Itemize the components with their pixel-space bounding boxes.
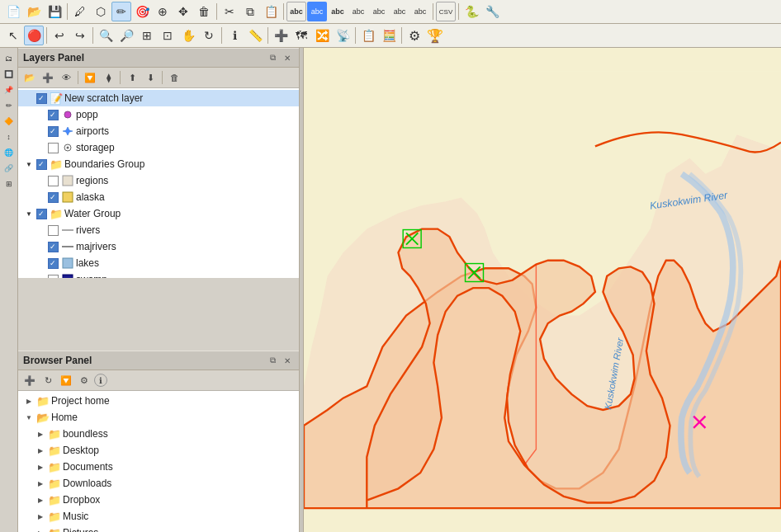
browser-item-home[interactable]: ▼ 📂 Home	[18, 409, 299, 426]
label-btn6[interactable]: abc	[390, 2, 409, 21]
label-btn7[interactable]: abc	[410, 2, 430, 21]
layer-checkbox-storagep[interactable]	[47, 142, 59, 153]
settings-btn[interactable]: ⚙	[405, 26, 424, 45]
layer-checkbox-popp[interactable]	[47, 109, 59, 120]
layer-checkbox-boundaries[interactable]	[36, 158, 47, 170]
gold-btn[interactable]: 🏆	[425, 26, 445, 45]
select-features-btn[interactable]: ↖	[3, 26, 23, 45]
map-area[interactable]: Kuskokwim River Kuskokwim River	[304, 48, 781, 532]
layer-checkbox-scratch[interactable]	[36, 92, 47, 104]
browser-item-music[interactable]: ▶ 📁 Music	[18, 508, 299, 525]
left-tool-6[interactable]: ↕	[2, 129, 17, 144]
draw-polygon-btn[interactable]: ⬡	[91, 2, 111, 21]
save-project-btn[interactable]: 💾	[45, 2, 64, 21]
layer-checkbox-swamp[interactable]	[47, 274, 59, 278]
measure-btn[interactable]: 📏	[245, 26, 265, 45]
browser-item-downloads[interactable]: ▶ 📁 Downloads	[18, 475, 299, 492]
left-tool-9[interactable]: ⊞	[2, 177, 17, 191]
layer-checkbox-alaska[interactable]	[47, 191, 59, 203]
layer-item-boundaries-group[interactable]: ▼ 📁 Boundaries Group	[18, 156, 299, 172]
expand-arrow[interactable]: ▶	[23, 395, 35, 407]
refresh-btn[interactable]: ↻	[199, 26, 219, 45]
browser-refresh-btn[interactable]: ↻	[40, 372, 56, 388]
copy-btn[interactable]: ⧉	[240, 2, 260, 21]
browser-info-btn[interactable]: ℹ	[94, 374, 107, 387]
browser-item-pictures[interactable]: ▶ 📁 Pictures	[18, 525, 299, 532]
geolocation-btn[interactable]: 📡	[333, 26, 353, 45]
layer-item-swamp[interactable]: swamp	[18, 271, 299, 278]
browser-item-documents[interactable]: ▶ 📁 Documents	[18, 459, 299, 475]
left-tool-4[interactable]: ✏	[2, 98, 17, 113]
draw-freehand-btn[interactable]: 🖊	[70, 2, 90, 21]
layer-item-regions[interactable]: regions	[18, 172, 299, 189]
layer-item-alaska[interactable]: alaska	[18, 189, 299, 205]
python-btn[interactable]: 🐍	[462, 2, 481, 21]
routing-btn[interactable]: 🔀	[312, 26, 332, 45]
browser-item-project-home[interactable]: ▶ 📁 Project home	[18, 393, 299, 409]
add-vector-btn[interactable]: ➕	[271, 26, 291, 45]
browser-panel-float-btn[interactable]: ⧉	[266, 354, 279, 367]
cut-btn[interactable]: ✂	[220, 2, 239, 21]
expand-arrow[interactable]: ▶	[35, 461, 46, 473]
label-btn4[interactable]: abc	[348, 2, 368, 21]
left-tool-5[interactable]: 🔶	[2, 114, 17, 129]
expand-arrow[interactable]: ▶	[35, 428, 46, 440]
layers-filter2-btn[interactable]: ⧫	[100, 69, 116, 86]
browser-item-boundless[interactable]: ▶ 📁 boundless	[18, 426, 299, 442]
delete-btn[interactable]: 🗑	[194, 2, 214, 21]
zoom-in-btn[interactable]: 🔍	[96, 26, 116, 45]
expand-arrow[interactable]: ▶	[35, 527, 46, 532]
digitize-btn[interactable]: ✏	[111, 2, 131, 21]
left-tool-7[interactable]: 🌐	[2, 145, 17, 160]
layer-checkbox-majrivers[interactable]	[47, 241, 59, 252]
left-tool-3[interactable]: 📌	[2, 82, 17, 97]
layer-checkbox-airports[interactable]	[47, 125, 59, 137]
layers-filter-btn[interactable]: 🔽	[82, 69, 98, 86]
browser-item-desktop[interactable]: ▶ 📁 Desktop	[18, 442, 299, 459]
expand-arrow-water[interactable]: ▼	[23, 208, 35, 219]
left-tool-8[interactable]: 🔗	[2, 161, 17, 176]
label-btn5[interactable]: abc	[369, 2, 389, 21]
layer-item-popp[interactable]: popp	[18, 106, 299, 123]
browser-filter-btn[interactable]: 🔽	[58, 372, 74, 388]
add-node-btn[interactable]: ⊕	[153, 2, 173, 21]
layer-checkbox-rivers[interactable]	[47, 224, 59, 236]
open-project-btn[interactable]: 📂	[24, 2, 44, 21]
layer-item-storagep[interactable]: storagep	[18, 139, 299, 156]
expand-arrow-home[interactable]: ▼	[23, 412, 35, 423]
label-btn2[interactable]: abc	[307, 2, 327, 21]
paste-btn[interactable]: 📋	[261, 2, 281, 21]
left-tool-2[interactable]: 🔲	[2, 67, 17, 82]
expand-arrow[interactable]: ▶	[35, 494, 46, 506]
layers-remove-btn[interactable]: 🗑	[166, 69, 182, 86]
pan-map-btn[interactable]: ✋	[178, 26, 198, 45]
expand-arrow[interactable]: ▶	[35, 478, 46, 489]
zoom-layer-btn[interactable]: ⊡	[158, 26, 178, 45]
browser-panel-close-btn[interactable]: ✕	[281, 354, 294, 367]
layer-item-airports[interactable]: airports	[18, 123, 299, 139]
layers-move-up-btn[interactable]: ⬆	[124, 69, 140, 86]
label-btn3[interactable]: abc	[328, 2, 348, 21]
pan-btn[interactable]: 🔴	[24, 26, 44, 45]
expand-arrow[interactable]: ▶	[35, 511, 46, 522]
attribute-table-btn[interactable]: 📋	[358, 26, 378, 45]
move-node-btn[interactable]: ✥	[173, 2, 193, 21]
identify-btn[interactable]: ℹ	[225, 26, 244, 45]
layer-item-majrivers[interactable]: majrivers	[18, 238, 299, 255]
layer-item-water-group[interactable]: ▼ 📁 Water Group	[18, 205, 299, 222]
label-btn1[interactable]: abc	[286, 2, 306, 21]
browser-add-btn[interactable]: ➕	[21, 372, 38, 388]
layer-item-scratch[interactable]: 📝 New scratch layer	[18, 90, 299, 106]
expand-arrow[interactable]: ▶	[35, 445, 46, 456]
layer-checkbox-lakes[interactable]	[47, 257, 59, 269]
layer-item-lakes[interactable]: lakes	[18, 255, 299, 271]
csv-btn[interactable]: CSV	[436, 2, 456, 21]
field-calc-btn[interactable]: 🧮	[379, 26, 399, 45]
layers-open-btn[interactable]: 📂	[21, 69, 38, 86]
layers-add-btn[interactable]: ➕	[40, 69, 56, 86]
layers-panel-close-btn[interactable]: ✕	[281, 51, 294, 64]
layers-move-down-btn[interactable]: ⬇	[142, 69, 159, 86]
expand-arrow-boundaries[interactable]: ▼	[23, 158, 35, 170]
layer-checkbox-regions[interactable]	[47, 175, 59, 186]
layers-panel-float-btn[interactable]: ⧉	[266, 51, 279, 64]
